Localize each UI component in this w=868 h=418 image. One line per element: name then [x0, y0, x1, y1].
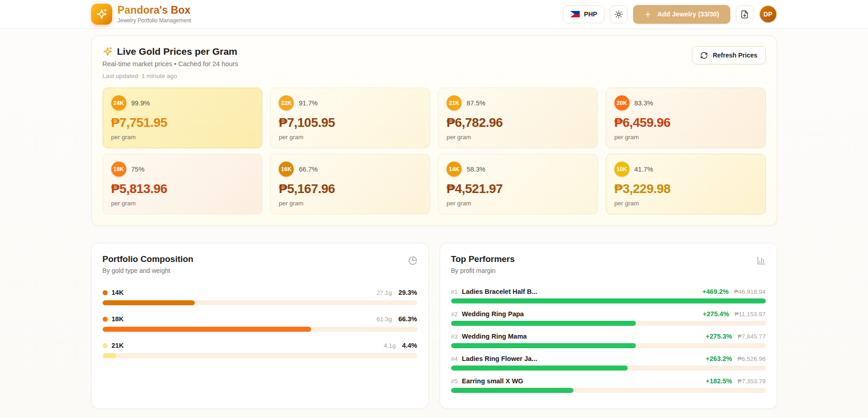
composition-bar-track [103, 353, 417, 358]
karat-badge: 21K [447, 95, 462, 110]
composition-bar-fill [103, 353, 116, 358]
performer-bar-track [451, 321, 766, 326]
performer-bar-fill [451, 298, 766, 303]
add-jewelry-label: Add Jewelry (33/30) [657, 10, 719, 18]
price-per-gram: ₱7,105.95 [279, 115, 421, 130]
item-name: Wedding Ring Papa [462, 310, 524, 318]
item-name: Ladies Ring Flower Ja... [462, 355, 537, 362]
per-gram-label: per gram [111, 134, 254, 141]
gold-card-21k[interactable]: 21K 87.5% ₱6,782.96 per gram [438, 88, 598, 148]
pie-chart-icon [408, 256, 417, 265]
refresh-prices-button[interactable]: Refresh Prices [692, 46, 765, 64]
sparkles-icon [103, 47, 113, 57]
theme-toggle-button[interactable] [610, 5, 628, 23]
gold-price-grid: 24K 99.9% ₱7,751.95 per gram 22K 91.7% ₱… [103, 88, 766, 214]
gold-prices-title: Live Gold Prices per Gram [117, 46, 238, 57]
performer-row-4: #4 Ladies Ring Flower Ja... +263.2% ₱6,5… [451, 355, 766, 371]
karat-badge: 14K [447, 162, 462, 177]
price-per-gram: ₱3,229.98 [614, 182, 757, 196]
gold-card-20k[interactable]: 20K 83.3% ₱6,459.96 per gram [606, 88, 766, 148]
purity-label: 91.7% [299, 99, 317, 107]
performer-row-3: #3 Wedding Ring Mama +275.3% ₱7,845.77 [451, 333, 766, 348]
rank-label: #2 [451, 311, 458, 318]
performer-row-5: #5 Earring small X WG +182.5% ₱7,353.79 [451, 377, 766, 393]
top-performers-title: Top Performers [451, 254, 515, 264]
performer-row-1: #1 Ladies Bracelet Half B... +469.2% ₱46… [451, 288, 766, 303]
currency-label: PHP [584, 10, 597, 18]
performer-bar-track [451, 298, 766, 303]
legend-dot [103, 290, 108, 295]
gain-percent: +469.2% [702, 288, 729, 295]
per-gram-label: per gram [279, 200, 421, 207]
app-logo [91, 4, 112, 25]
rank-label: #3 [451, 333, 458, 340]
legend-dot [103, 317, 108, 322]
performer-bar-track [451, 366, 766, 371]
weight-value: 61.3g [377, 316, 392, 323]
add-jewelry-button[interactable]: Add Jewelry (33/30) [633, 5, 730, 24]
app-subtitle: Jewelry Portfolio Management [118, 17, 191, 24]
percent-value: 66.3% [398, 315, 417, 323]
per-gram-label: per gram [279, 134, 421, 141]
philippine-flag-icon [570, 11, 580, 17]
gold-card-10k[interactable]: 10K 41.7% ₱3,229.98 per gram [606, 154, 766, 214]
portfolio-composition-card: Portfolio Composition By gold type and w… [91, 243, 429, 409]
avatar-initials: DP [764, 10, 772, 18]
profit-value: ₱7,353.79 [738, 378, 766, 385]
profit-value: ₱11,153.97 [734, 311, 765, 318]
live-gold-prices-panel: Live Gold Prices per Gram Real-time mark… [91, 36, 777, 226]
item-name: Ladies Bracelet Half B... [462, 288, 537, 295]
composition-bar-track [103, 300, 417, 305]
price-per-gram: ₱6,459.96 [614, 115, 757, 130]
gold-card-24k[interactable]: 24K 99.9% ₱7,751.95 per gram [103, 88, 263, 148]
per-gram-label: per gram [614, 200, 757, 207]
rank-label: #5 [451, 378, 458, 385]
item-name: Wedding Ring Mama [462, 333, 527, 340]
performer-bar-track [451, 343, 766, 348]
per-gram-label: per gram [447, 200, 589, 207]
sparkles-icon [96, 8, 108, 20]
export-document-button[interactable] [736, 5, 754, 23]
percent-value: 4.4% [402, 342, 417, 349]
portfolio-title: Portfolio Composition [103, 254, 193, 264]
legend-dot [103, 343, 108, 348]
rank-label: #4 [451, 355, 458, 362]
karat-label: 14K [112, 289, 124, 296]
karat-badge: 22K [279, 95, 294, 110]
karat-label: 21K [112, 342, 124, 349]
percent-value: 29.3% [398, 289, 417, 296]
price-per-gram: ₱6,782.96 [447, 115, 589, 130]
performer-bar-fill [451, 321, 636, 326]
gold-card-14k[interactable]: 14K 58.3% ₱4,521.97 per gram [438, 154, 598, 214]
gold-card-18k[interactable]: 18K 75% ₱5,813.96 per gram [103, 154, 263, 214]
price-per-gram: ₱5,813.96 [111, 182, 254, 196]
purity-label: 41.7% [634, 166, 653, 173]
weight-value: 4.1g [384, 342, 395, 349]
bar-chart-icon [757, 256, 766, 265]
performer-bar-track [451, 388, 766, 393]
top-bar: Pandora's Box Jewelry Portfolio Manageme… [0, 0, 868, 29]
price-per-gram: ₱7,751.95 [111, 115, 254, 130]
portfolio-subtitle: By gold type and weight [103, 267, 193, 274]
profit-value: ₱6,526.96 [738, 355, 766, 362]
item-name: Earring small X WG [462, 377, 524, 385]
weight-value: 27.1g [377, 289, 392, 296]
gold-prices-subtitle: Real-time market prices • Cached for 24 … [103, 60, 239, 68]
user-avatar[interactable]: DP [759, 5, 777, 23]
brand: Pandora's Box Jewelry Portfolio Manageme… [91, 4, 191, 25]
karat-badge: 16K [279, 162, 294, 177]
gain-percent: +182.5% [706, 377, 732, 385]
refresh-icon [700, 52, 708, 59]
rank-label: #1 [451, 288, 458, 295]
karat-badge: 24K [111, 95, 126, 110]
gold-card-16k[interactable]: 16K 66.7% ₱5,167.96 per gram [270, 154, 430, 214]
gold-card-22k[interactable]: 22K 91.7% ₱7,105.95 per gram [270, 88, 430, 148]
app-title: Pandora's Box [118, 5, 191, 16]
per-gram-label: per gram [111, 200, 254, 207]
purity-label: 58.3% [467, 166, 485, 173]
performer-bar-fill [451, 388, 573, 393]
currency-button[interactable]: PHP [563, 5, 604, 23]
purity-label: 99.9% [131, 99, 150, 107]
performer-bar-fill [451, 366, 628, 371]
composition-row-14k: 14K 27.1g 29.3% [103, 289, 417, 305]
